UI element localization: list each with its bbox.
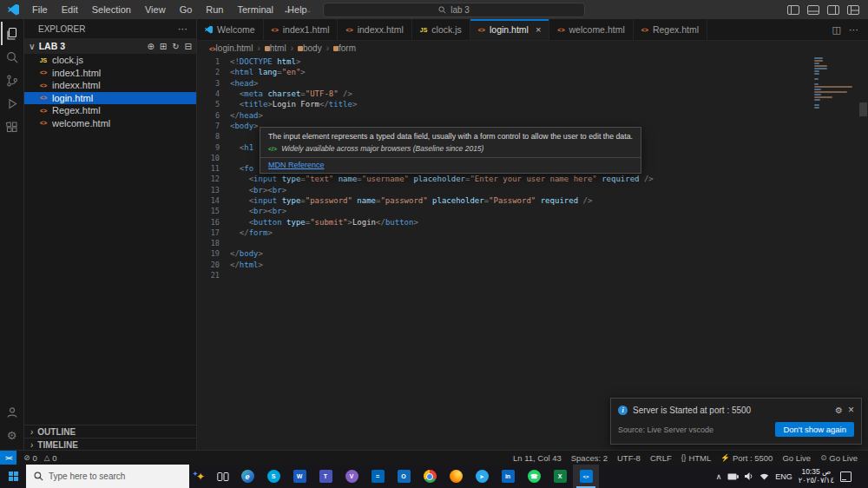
file-item-regex-html[interactable]: <>Regex.html (24, 104, 196, 117)
taskbar-search[interactable]: Type here to search (26, 465, 189, 488)
code-text[interactable]: <html lang="en"> (230, 68, 306, 76)
menu-file[interactable]: File (25, 4, 55, 15)
tab-welcome[interactable]: Welcome (197, 19, 264, 40)
collapse-all-icon[interactable]: ⊟ (185, 42, 192, 51)
dont-show-again-button[interactable]: Don't show again (775, 422, 854, 437)
taskbar-clock[interactable]: 10:35 ص ٢٠٢٥/٠٧/١٤ (799, 468, 834, 485)
tab-index1-html[interactable]: <>index1.html (264, 19, 339, 40)
taskbar-app-word[interactable]: W (286, 465, 312, 488)
new-file-icon[interactable]: ⊕ (147, 42, 154, 51)
status-go-live[interactable]: Go Live (782, 453, 811, 463)
status-utf-8[interactable]: UTF-8 (617, 453, 641, 463)
speaker-icon[interactable] (745, 472, 753, 480)
status-warning-triangle[interactable]: △0 (44, 451, 57, 465)
code-text[interactable]: <fo (230, 164, 253, 173)
status-crlf[interactable]: CRLF (650, 453, 672, 463)
code-text[interactable]: <title>Login Form</title> (230, 100, 357, 109)
line-number[interactable]: 20 (197, 260, 220, 269)
taskbar-app-outlook[interactable]: O (391, 465, 417, 488)
line-number[interactable]: 3 (197, 79, 220, 88)
file-item-login-html[interactable]: <>login.html (24, 92, 196, 105)
code-text[interactable]: </head> (230, 111, 263, 120)
code-text[interactable]: <input type="password" name="password" p… (230, 196, 592, 205)
wifi-icon[interactable] (760, 472, 769, 480)
command-center-search[interactable]: lab 3 (323, 3, 585, 17)
line-number[interactable]: 17 (197, 228, 220, 237)
notification-settings-icon[interactable]: ⚙ (835, 406, 843, 415)
line-number[interactable]: 18 (197, 239, 220, 247)
menu-terminal[interactable]: Terminal (231, 4, 281, 15)
language-indicator[interactable]: ENG (775, 472, 792, 481)
file-item-welcome-html[interactable]: <>welcome.html (24, 117, 196, 130)
taskbar-app-telegram[interactable]: ➤ (469, 465, 495, 488)
taskbar-app-firefox[interactable] (443, 465, 469, 488)
toggle-sidebar-icon[interactable] (787, 5, 799, 15)
taskbar-app-skype[interactable]: S (260, 465, 286, 488)
menu-selection[interactable]: Selection (85, 4, 138, 15)
source-control-icon[interactable] (1, 69, 23, 92)
task-view-icon[interactable] (212, 472, 234, 482)
code-text[interactable]: </body> (230, 249, 263, 258)
line-number[interactable]: 8 (197, 132, 220, 141)
timeline-section[interactable]: › TIMELINE (24, 438, 196, 451)
code-text[interactable]: <body> (230, 122, 259, 130)
status-broadcast[interactable]: ⊙Go Live (820, 453, 858, 463)
tab-regex-html[interactable]: <>Regex.html (634, 19, 707, 40)
code-text[interactable]: <br><br> (230, 207, 286, 215)
taskbar-app-edge[interactable]: e (234, 465, 260, 488)
line-number[interactable]: 10 (197, 154, 220, 162)
line-number[interactable]: 2 (197, 68, 220, 76)
status-ln-11-col-43[interactable]: Ln 11, Col 43 (513, 453, 562, 463)
code-editor[interactable]: 1<!DOCTYPE html>2<html lang="en">3<head>… (197, 54, 868, 451)
taskbar-app-excel[interactable]: X (547, 465, 573, 488)
file-item-clock-js[interactable]: JSclock.js (24, 54, 196, 67)
menu-go[interactable]: Go (173, 4, 200, 15)
tab-login-html[interactable]: <>login.html× (470, 19, 550, 40)
taskbar-app-chrome[interactable] (417, 465, 443, 488)
tab-welcome-html[interactable]: <>welcome.html (549, 19, 633, 40)
line-number[interactable]: 12 (197, 175, 220, 183)
status-error-circle[interactable]: ⊘0 (23, 451, 36, 465)
search-view-icon[interactable] (1, 45, 23, 69)
folder-lab-3[interactable]: ∨ LAB 3 ⊕ ⊞ ↻ ⊟ (24, 38, 196, 54)
explorer-icon[interactable] (1, 22, 23, 45)
outline-section[interactable]: › OUTLINE (24, 425, 196, 438)
code-text[interactable]: </form> (230, 228, 273, 237)
breadcrumb-item-form[interactable]: form (333, 43, 356, 53)
line-number[interactable]: 21 (197, 271, 220, 280)
tray-chevron-icon[interactable]: ∧ (716, 472, 722, 481)
line-number[interactable]: 11 (197, 164, 220, 173)
battery-icon[interactable] (727, 473, 739, 480)
action-center-icon[interactable] (840, 472, 852, 482)
account-icon[interactable] (1, 400, 23, 424)
run-debug-icon[interactable] (1, 92, 23, 115)
minimap[interactable] (814, 57, 856, 112)
code-text[interactable]: <input type="text" name="username" place… (230, 175, 654, 183)
breadcrumb-item-html[interactable]: html (265, 43, 286, 53)
explorer-more-actions-icon[interactable]: ⋯ (178, 23, 187, 35)
tab-clock-js[interactable]: JSclock.js (412, 19, 470, 40)
breadcrumb-item-body[interactable]: body (298, 43, 322, 53)
taskbar-app-vscode[interactable]: <> (573, 465, 599, 488)
line-number[interactable]: 19 (197, 249, 220, 258)
status-plug[interactable]: ⚡Port : 5500 (720, 453, 773, 463)
settings-gear-icon[interactable]: ⚙ (1, 424, 23, 447)
taskbar-app-whatsapp[interactable]: ☎ (521, 465, 547, 488)
code-text[interactable]: <button type="submit">Login</button> (230, 218, 418, 227)
line-number[interactable]: 16 (197, 218, 220, 227)
refresh-icon[interactable]: ↻ (172, 42, 179, 51)
taskbar-app-calculator[interactable]: = (365, 465, 391, 488)
menu-edit[interactable]: Edit (55, 4, 85, 15)
editor-more-actions-icon[interactable]: ⋯ (849, 24, 858, 36)
file-item-indexx-html[interactable]: <>indexx.html (24, 79, 196, 92)
line-number[interactable]: 9 (197, 143, 220, 152)
taskbar-app-teams[interactable]: T (312, 465, 339, 488)
breadcrumb-item-login-html[interactable]: <>login.html (209, 43, 253, 53)
code-text[interactable]: <meta charset="UTF-8" /> (230, 89, 352, 98)
start-button[interactable] (0, 465, 26, 488)
code-text[interactable]: <head> (230, 79, 259, 88)
code-text[interactable]: <h1 (230, 143, 253, 152)
extensions-icon[interactable] (1, 115, 23, 139)
menu-view[interactable]: View (138, 4, 173, 15)
copilot-icon[interactable]: ✦✦ (189, 471, 212, 483)
